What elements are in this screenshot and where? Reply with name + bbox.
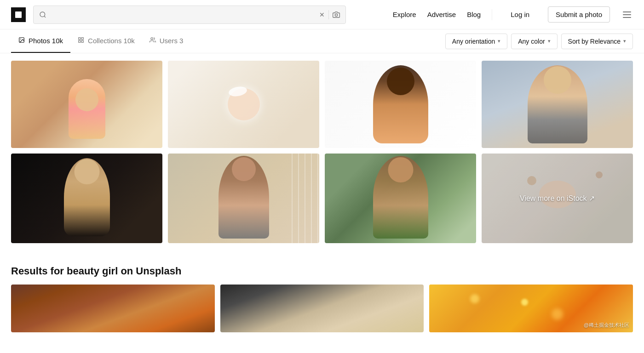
photo-card-1[interactable]	[11, 61, 162, 148]
svg-point-4	[20, 39, 21, 40]
results-title: Results for beauty girl on Unsplash	[11, 265, 633, 277]
tab-collections-label: Collections 10k	[88, 37, 135, 45]
orientation-chevron: ▾	[498, 38, 500, 44]
hamburger-menu[interactable]	[621, 10, 633, 20]
color-filter[interactable]: Any color ▾	[511, 34, 557, 49]
photo-row-1	[11, 53, 633, 148]
svg-point-2	[335, 14, 337, 16]
main-content: View more on iStock ↗ Results for beauty…	[0, 53, 644, 353]
result-photo-1[interactable]	[11, 285, 215, 332]
nav-blog[interactable]: Blog	[467, 11, 481, 18]
orientation-label: Any orientation	[452, 38, 495, 45]
photo-image-1	[11, 61, 162, 148]
tab-photos[interactable]: Photos 10k	[11, 29, 70, 53]
sort-chevron: ▾	[623, 38, 626, 44]
tab-photos-label: Photos 10k	[29, 37, 63, 45]
submit-photo-button[interactable]: Submit a photo	[548, 6, 610, 23]
result-photo-3[interactable]: @稀土掘金技术社区	[429, 285, 633, 332]
results-section: Results for beauty girl on Unsplash @稀土掘…	[11, 243, 633, 343]
photo-card-4[interactable]	[482, 61, 633, 148]
svg-rect-5	[79, 38, 80, 40]
photo-card-8[interactable]: View more on iStock ↗	[482, 154, 633, 243]
photo-card-6[interactable]	[168, 154, 319, 243]
nav-advertise[interactable]: Advertise	[427, 11, 456, 18]
unsplash-logo[interactable]	[11, 7, 26, 22]
photo-image-3	[325, 61, 476, 148]
photo-image-2	[168, 61, 319, 148]
svg-rect-7	[79, 40, 80, 42]
tab-users[interactable]: Users 3	[142, 29, 191, 53]
istock-overlay: View more on iStock ↗	[482, 154, 633, 243]
orientation-filter[interactable]: Any orientation ▾	[445, 34, 507, 49]
search-divider	[328, 10, 329, 19]
tab-users-label: Users 3	[160, 37, 184, 45]
clear-icon[interactable]: ✕	[319, 11, 325, 18]
color-chevron: ▾	[548, 38, 551, 44]
photo-image-5	[11, 154, 162, 243]
main-nav: Explore Advertise Blog Log in Submit a p…	[393, 6, 633, 23]
sort-label: Sort by Relevance	[568, 38, 621, 45]
search-icon	[39, 11, 46, 18]
photo-card-5[interactable]	[11, 154, 162, 243]
sort-filter[interactable]: Sort by Relevance ▾	[561, 34, 633, 49]
photo-card-2[interactable]	[168, 61, 319, 148]
login-button[interactable]: Log in	[503, 7, 537, 22]
photo-card-7[interactable]	[325, 154, 476, 243]
photo-image-7	[325, 154, 476, 243]
photo-row-2: View more on iStock ↗	[11, 148, 633, 243]
photo-image-6	[168, 154, 319, 243]
photo-tab-icon	[18, 37, 25, 45]
svg-line-1	[44, 16, 46, 17]
nav-explore[interactable]: Explore	[393, 11, 416, 18]
photo-image-4	[482, 61, 633, 148]
nav-divider	[492, 9, 492, 20]
camera-search-icon[interactable]	[333, 11, 340, 18]
watermark-text: @稀土掘金技术社区	[584, 322, 629, 329]
collections-tab-icon	[78, 37, 84, 45]
search-input[interactable]: beauty girl	[50, 11, 316, 18]
filters: Any orientation ▾ Any color ▾ Sort by Re…	[445, 34, 633, 49]
istock-label[interactable]: View more on iStock ↗	[520, 194, 595, 203]
svg-rect-8	[81, 40, 83, 42]
results-grid: @稀土掘金技术社区	[11, 285, 633, 332]
svg-point-9	[151, 38, 153, 40]
users-tab-icon	[150, 37, 156, 45]
color-label: Any color	[518, 38, 545, 45]
search-bar: beauty girl ✕	[33, 6, 346, 24]
svg-point-0	[40, 12, 45, 17]
sub-header: Photos 10k Collections 10k Users 3 Any o…	[0, 29, 644, 53]
svg-rect-6	[81, 38, 83, 40]
photo-card-3[interactable]	[325, 61, 476, 148]
result-photo-2[interactable]	[220, 285, 424, 332]
tab-collections[interactable]: Collections 10k	[70, 29, 142, 53]
header: beauty girl ✕ Explore Advertise Blog Log…	[0, 0, 644, 29]
